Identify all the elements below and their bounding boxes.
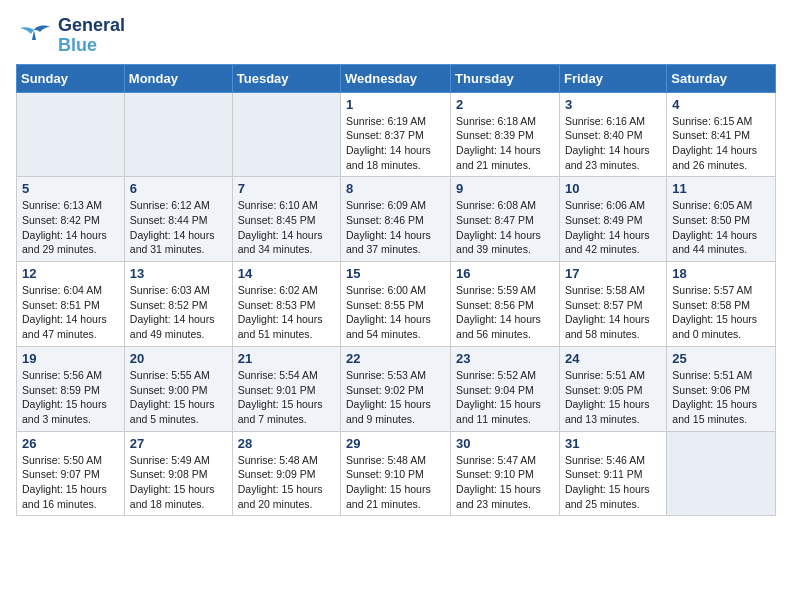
calendar-cell: 23Sunrise: 5:52 AM Sunset: 9:04 PM Dayli… — [451, 346, 560, 431]
calendar-cell: 2Sunrise: 6:18 AM Sunset: 8:39 PM Daylig… — [451, 92, 560, 177]
logo-icon — [16, 22, 52, 50]
day-number: 3 — [565, 97, 661, 112]
day-number: 9 — [456, 181, 554, 196]
day-number: 28 — [238, 436, 335, 451]
day-number: 2 — [456, 97, 554, 112]
day-info: Sunrise: 5:58 AM Sunset: 8:57 PM Dayligh… — [565, 283, 661, 342]
calendar-cell: 4Sunrise: 6:15 AM Sunset: 8:41 PM Daylig… — [667, 92, 776, 177]
day-number: 6 — [130, 181, 227, 196]
day-info: Sunrise: 5:47 AM Sunset: 9:10 PM Dayligh… — [456, 453, 554, 512]
calendar-cell: 26Sunrise: 5:50 AM Sunset: 9:07 PM Dayli… — [17, 431, 125, 516]
day-info: Sunrise: 6:12 AM Sunset: 8:44 PM Dayligh… — [130, 198, 227, 257]
day-info: Sunrise: 5:48 AM Sunset: 9:09 PM Dayligh… — [238, 453, 335, 512]
day-info: Sunrise: 6:03 AM Sunset: 8:52 PM Dayligh… — [130, 283, 227, 342]
weekday-header-friday: Friday — [559, 64, 666, 92]
calendar-week-row: 5Sunrise: 6:13 AM Sunset: 8:42 PM Daylig… — [17, 177, 776, 262]
day-info: Sunrise: 6:10 AM Sunset: 8:45 PM Dayligh… — [238, 198, 335, 257]
calendar-week-row: 1Sunrise: 6:19 AM Sunset: 8:37 PM Daylig… — [17, 92, 776, 177]
calendar-cell: 25Sunrise: 5:51 AM Sunset: 9:06 PM Dayli… — [667, 346, 776, 431]
day-number: 13 — [130, 266, 227, 281]
day-number: 19 — [22, 351, 119, 366]
day-number: 31 — [565, 436, 661, 451]
calendar-cell: 13Sunrise: 6:03 AM Sunset: 8:52 PM Dayli… — [124, 262, 232, 347]
calendar-cell: 8Sunrise: 6:09 AM Sunset: 8:46 PM Daylig… — [341, 177, 451, 262]
day-number: 18 — [672, 266, 770, 281]
day-number: 26 — [22, 436, 119, 451]
day-number: 20 — [130, 351, 227, 366]
day-number: 24 — [565, 351, 661, 366]
day-info: Sunrise: 6:08 AM Sunset: 8:47 PM Dayligh… — [456, 198, 554, 257]
day-info: Sunrise: 6:05 AM Sunset: 8:50 PM Dayligh… — [672, 198, 770, 257]
calendar-cell: 3Sunrise: 6:16 AM Sunset: 8:40 PM Daylig… — [559, 92, 666, 177]
calendar-cell — [124, 92, 232, 177]
calendar-cell: 18Sunrise: 5:57 AM Sunset: 8:58 PM Dayli… — [667, 262, 776, 347]
day-info: Sunrise: 6:04 AM Sunset: 8:51 PM Dayligh… — [22, 283, 119, 342]
day-number: 11 — [672, 181, 770, 196]
calendar-week-row: 19Sunrise: 5:56 AM Sunset: 8:59 PM Dayli… — [17, 346, 776, 431]
day-number: 16 — [456, 266, 554, 281]
logo: General Blue — [16, 16, 125, 56]
day-info: Sunrise: 5:57 AM Sunset: 8:58 PM Dayligh… — [672, 283, 770, 342]
day-info: Sunrise: 6:16 AM Sunset: 8:40 PM Dayligh… — [565, 114, 661, 173]
calendar-cell: 12Sunrise: 6:04 AM Sunset: 8:51 PM Dayli… — [17, 262, 125, 347]
weekday-header-thursday: Thursday — [451, 64, 560, 92]
day-info: Sunrise: 5:56 AM Sunset: 8:59 PM Dayligh… — [22, 368, 119, 427]
day-number: 10 — [565, 181, 661, 196]
day-info: Sunrise: 5:48 AM Sunset: 9:10 PM Dayligh… — [346, 453, 445, 512]
calendar-cell — [17, 92, 125, 177]
day-info: Sunrise: 5:51 AM Sunset: 9:05 PM Dayligh… — [565, 368, 661, 427]
day-number: 29 — [346, 436, 445, 451]
day-info: Sunrise: 5:51 AM Sunset: 9:06 PM Dayligh… — [672, 368, 770, 427]
logo-text: General Blue — [58, 16, 125, 56]
weekday-header-monday: Monday — [124, 64, 232, 92]
calendar-cell: 20Sunrise: 5:55 AM Sunset: 9:00 PM Dayli… — [124, 346, 232, 431]
calendar-cell: 30Sunrise: 5:47 AM Sunset: 9:10 PM Dayli… — [451, 431, 560, 516]
day-info: Sunrise: 6:09 AM Sunset: 8:46 PM Dayligh… — [346, 198, 445, 257]
day-number: 4 — [672, 97, 770, 112]
calendar-table: SundayMondayTuesdayWednesdayThursdayFrid… — [16, 64, 776, 517]
day-number: 14 — [238, 266, 335, 281]
day-number: 30 — [456, 436, 554, 451]
day-info: Sunrise: 5:55 AM Sunset: 9:00 PM Dayligh… — [130, 368, 227, 427]
day-number: 8 — [346, 181, 445, 196]
day-info: Sunrise: 6:00 AM Sunset: 8:55 PM Dayligh… — [346, 283, 445, 342]
day-info: Sunrise: 6:02 AM Sunset: 8:53 PM Dayligh… — [238, 283, 335, 342]
calendar-cell: 1Sunrise: 6:19 AM Sunset: 8:37 PM Daylig… — [341, 92, 451, 177]
weekday-header-sunday: Sunday — [17, 64, 125, 92]
day-info: Sunrise: 6:19 AM Sunset: 8:37 PM Dayligh… — [346, 114, 445, 173]
calendar-cell: 17Sunrise: 5:58 AM Sunset: 8:57 PM Dayli… — [559, 262, 666, 347]
calendar-week-row: 26Sunrise: 5:50 AM Sunset: 9:07 PM Dayli… — [17, 431, 776, 516]
day-info: Sunrise: 5:52 AM Sunset: 9:04 PM Dayligh… — [456, 368, 554, 427]
calendar-cell: 10Sunrise: 6:06 AM Sunset: 8:49 PM Dayli… — [559, 177, 666, 262]
weekday-header-wednesday: Wednesday — [341, 64, 451, 92]
day-number: 22 — [346, 351, 445, 366]
day-info: Sunrise: 5:46 AM Sunset: 9:11 PM Dayligh… — [565, 453, 661, 512]
day-info: Sunrise: 6:18 AM Sunset: 8:39 PM Dayligh… — [456, 114, 554, 173]
day-info: Sunrise: 6:13 AM Sunset: 8:42 PM Dayligh… — [22, 198, 119, 257]
calendar-cell: 16Sunrise: 5:59 AM Sunset: 8:56 PM Dayli… — [451, 262, 560, 347]
weekday-header-row: SundayMondayTuesdayWednesdayThursdayFrid… — [17, 64, 776, 92]
day-number: 27 — [130, 436, 227, 451]
calendar-cell: 22Sunrise: 5:53 AM Sunset: 9:02 PM Dayli… — [341, 346, 451, 431]
day-info: Sunrise: 5:59 AM Sunset: 8:56 PM Dayligh… — [456, 283, 554, 342]
day-info: Sunrise: 5:49 AM Sunset: 9:08 PM Dayligh… — [130, 453, 227, 512]
weekday-header-tuesday: Tuesday — [232, 64, 340, 92]
calendar-cell: 9Sunrise: 6:08 AM Sunset: 8:47 PM Daylig… — [451, 177, 560, 262]
calendar-cell: 24Sunrise: 5:51 AM Sunset: 9:05 PM Dayli… — [559, 346, 666, 431]
day-info: Sunrise: 5:53 AM Sunset: 9:02 PM Dayligh… — [346, 368, 445, 427]
calendar-cell: 28Sunrise: 5:48 AM Sunset: 9:09 PM Dayli… — [232, 431, 340, 516]
page-header: General Blue — [16, 16, 776, 56]
calendar-cell: 19Sunrise: 5:56 AM Sunset: 8:59 PM Dayli… — [17, 346, 125, 431]
calendar-cell: 7Sunrise: 6:10 AM Sunset: 8:45 PM Daylig… — [232, 177, 340, 262]
calendar-cell: 5Sunrise: 6:13 AM Sunset: 8:42 PM Daylig… — [17, 177, 125, 262]
calendar-cell — [232, 92, 340, 177]
weekday-header-saturday: Saturday — [667, 64, 776, 92]
calendar-cell: 6Sunrise: 6:12 AM Sunset: 8:44 PM Daylig… — [124, 177, 232, 262]
day-number: 21 — [238, 351, 335, 366]
day-info: Sunrise: 5:50 AM Sunset: 9:07 PM Dayligh… — [22, 453, 119, 512]
calendar-cell: 21Sunrise: 5:54 AM Sunset: 9:01 PM Dayli… — [232, 346, 340, 431]
day-number: 15 — [346, 266, 445, 281]
calendar-cell: 11Sunrise: 6:05 AM Sunset: 8:50 PM Dayli… — [667, 177, 776, 262]
day-info: Sunrise: 5:54 AM Sunset: 9:01 PM Dayligh… — [238, 368, 335, 427]
calendar-cell — [667, 431, 776, 516]
